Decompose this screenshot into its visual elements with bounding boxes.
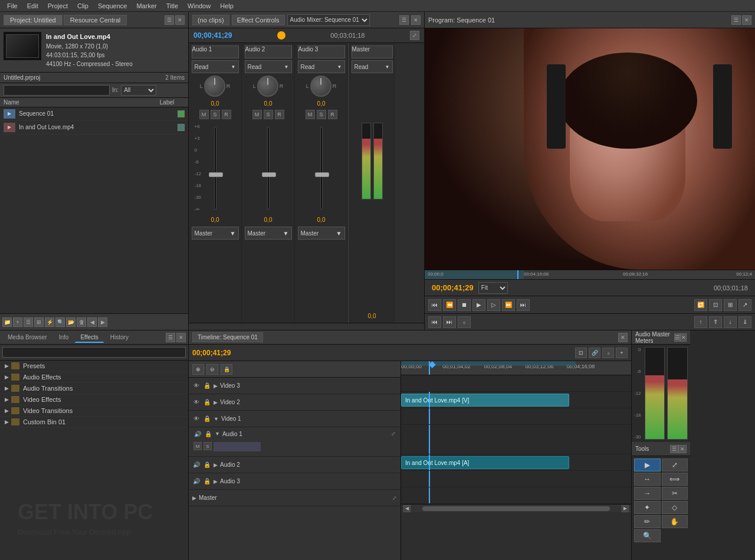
timeline-scrollbar[interactable]: ◀ ▶ <box>401 504 631 512</box>
step-back-button[interactable]: ⏪ <box>443 299 456 311</box>
panel-menu-icon[interactable]: ☰ <box>165 15 174 25</box>
fader-handle-audio1[interactable] <box>209 172 223 177</box>
in-select[interactable]: All <box>121 85 156 96</box>
go-end-button[interactable]: ⏭ <box>517 299 530 311</box>
effects-close-icon[interactable]: ✕ <box>176 333 186 342</box>
lock-tracks-button[interactable]: 🔒 <box>221 364 232 375</box>
video1-eye-icon[interactable]: 👁 <box>192 415 201 423</box>
meters-menu-icon[interactable]: ☰ <box>674 333 681 342</box>
next-button[interactable]: ▶ <box>98 317 107 327</box>
video2-expand-arrow[interactable]: ▶ <box>214 399 218 405</box>
in-point-button[interactable]: ⏮ <box>428 316 441 328</box>
overwrite-button[interactable]: ⇓ <box>738 316 751 328</box>
out-point-button[interactable]: ⏭ <box>443 316 456 328</box>
record-button-audio1[interactable]: R <box>222 110 231 119</box>
audio2-lock-icon[interactable]: 🔒 <box>203 461 211 469</box>
read-button-audio2[interactable]: Read ▼ <box>245 60 292 73</box>
program-timecode[interactable]: 00;00;41;29 <box>428 282 477 293</box>
remove-track-button[interactable]: ⊖ <box>206 364 218 375</box>
audio1-lock-icon[interactable]: 🔒 <box>204 430 212 438</box>
send-select-audio2[interactable]: Master ▼ <box>245 227 292 240</box>
go-start-button[interactable]: ⏮ <box>428 299 441 311</box>
send-select-audio1[interactable]: Master ▼ <box>192 227 239 240</box>
output-button[interactable]: ⊞ <box>724 299 737 311</box>
record-button-audio2[interactable]: R <box>275 110 284 119</box>
fader-handle-audio3[interactable] <box>315 172 329 177</box>
menu-clip[interactable]: Clip <box>73 2 93 9</box>
program-menu-icon[interactable]: ☰ <box>731 15 741 25</box>
solo-button-audio2[interactable]: S <box>264 110 273 119</box>
search-button[interactable]: 🔍 <box>55 317 65 327</box>
audio1-mute-btn[interactable]: M <box>193 442 202 450</box>
insert-button[interactable]: ↓ <box>724 316 737 328</box>
scroll-left-arrow[interactable]: ◀ <box>403 505 411 512</box>
add-marker-button[interactable]: ⬦ <box>458 316 471 328</box>
meters-close-icon[interactable]: ✕ <box>680 333 687 342</box>
snap-button[interactable]: ⊡ <box>575 348 587 358</box>
timeline-tab[interactable]: Timeline: Sequence 01 <box>192 332 263 342</box>
export-button[interactable]: ↗ <box>738 299 751 311</box>
audio2-eye-icon[interactable]: 🔊 <box>192 461 201 469</box>
fit-select[interactable]: Fit 25% 50% 100% <box>478 282 508 294</box>
scroll-right-arrow[interactable]: ▶ <box>622 505 629 512</box>
pan-knob-audio2[interactable] <box>257 76 278 97</box>
delete-button[interactable]: 🗑 <box>77 317 86 327</box>
fader-handle-audio2[interactable] <box>262 172 276 177</box>
tree-item-audio-effects[interactable]: ▶ Audio Effects <box>0 372 188 383</box>
video3-lock-icon[interactable]: 🔒 <box>203 382 211 390</box>
video2-clip[interactable]: In and Out Love.mp4 [V] <box>401 394 569 407</box>
effects-search-input[interactable] <box>2 347 186 358</box>
menu-title[interactable]: Title <box>162 2 183 9</box>
extract-button[interactable]: ⇑ <box>709 316 722 328</box>
tool-slip[interactable]: ✦ <box>634 501 661 514</box>
tab-media-browser[interactable]: Media Browser <box>2 332 52 342</box>
safe-margins-button[interactable]: ⊡ <box>709 299 722 311</box>
tab-info[interactable]: Info <box>54 332 74 342</box>
linked-button[interactable]: 🔗 <box>589 348 600 358</box>
add-tracks-button[interactable]: + <box>616 348 628 358</box>
pan-knob-audio3[interactable] <box>310 76 331 97</box>
audio1-eye-icon[interactable]: 🔊 <box>193 430 202 438</box>
automate-button[interactable]: ⚡ <box>45 317 54 327</box>
mixer-menu-icon[interactable]: ☰ <box>399 15 409 25</box>
video2-eye-icon[interactable]: 👁 <box>192 398 201 407</box>
mixer-scrollbar[interactable] <box>189 323 424 330</box>
send-select-audio3[interactable]: Master ▼ <box>298 227 345 240</box>
icon-view-button[interactable]: ⊞ <box>34 317 44 327</box>
audio2-expand-arrow[interactable]: ▶ <box>214 462 218 468</box>
new-item-button[interactable]: + <box>13 317 22 327</box>
menu-edit[interactable]: Edit <box>22 2 43 9</box>
tree-item-audio-transitions[interactable]: ▶ Audio Transitions <box>0 383 188 394</box>
tool-zoom[interactable]: 🔍 <box>634 529 661 542</box>
project-search-input[interactable] <box>4 85 110 96</box>
video1-lock-icon[interactable]: 🔒 <box>203 415 211 423</box>
tree-item-presets[interactable]: ▶ Presets <box>0 361 188 372</box>
audio1-solo-btn[interactable]: S <box>203 442 212 450</box>
step-forward-button[interactable]: ⏩ <box>502 299 515 311</box>
menu-sequence[interactable]: Sequence <box>93 2 132 9</box>
solo-button-audio1[interactable]: S <box>211 110 220 119</box>
pan-knob-audio1[interactable] <box>204 76 225 97</box>
menu-help[interactable]: Help <box>215 2 238 9</box>
tree-item-custom-bin[interactable]: ▶ Custom Bin 01 <box>0 417 188 428</box>
tree-item-video-transitions[interactable]: ▶ Video Transitions <box>0 405 188 417</box>
video2-lock-icon[interactable]: 🔒 <box>203 398 211 407</box>
effect-controls-tab[interactable]: Effect Controls <box>232 15 285 25</box>
read-button-master[interactable]: Read ▼ <box>352 60 393 73</box>
prev-button[interactable]: ◀ <box>87 317 97 327</box>
audio3-eye-icon[interactable]: 🔊 <box>192 477 201 486</box>
no-clips-tab[interactable]: (no clips) <box>192 15 229 25</box>
tools-menu-icon[interactable]: ☰ <box>670 445 678 453</box>
tool-track-selection[interactable]: ⤢ <box>662 459 688 471</box>
tool-pen[interactable]: ✏ <box>634 515 661 528</box>
add-track-button[interactable]: ⊕ <box>192 364 204 375</box>
program-close-icon[interactable]: ✕ <box>742 15 751 25</box>
lift-button[interactable]: ↑ <box>694 316 707 328</box>
effects-menu-icon[interactable]: ☰ <box>166 333 175 342</box>
read-button-audio3[interactable]: Read ▼ <box>298 60 345 73</box>
tab-effects[interactable]: Effects <box>75 332 103 343</box>
mute-button-audio1[interactable]: M <box>199 110 209 119</box>
marker-button[interactable]: ⬦ <box>602 348 614 358</box>
resource-tab[interactable]: Resource Central <box>64 15 127 25</box>
tool-rolling-edit[interactable]: ⟺ <box>662 473 688 486</box>
